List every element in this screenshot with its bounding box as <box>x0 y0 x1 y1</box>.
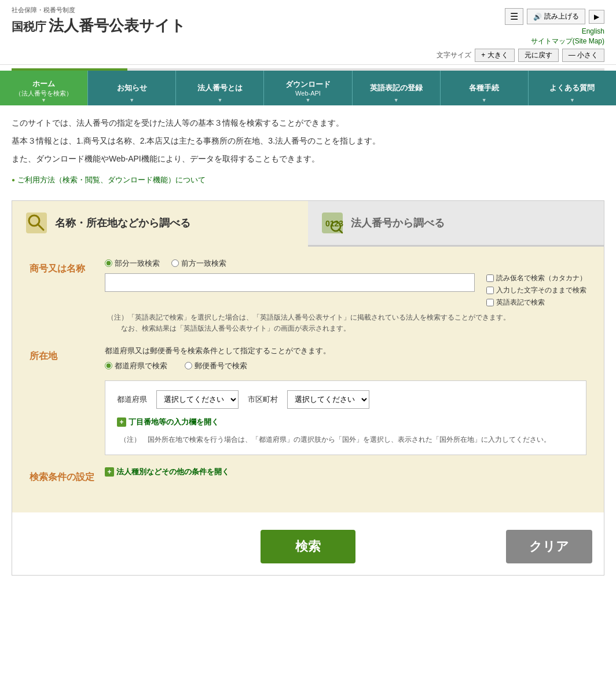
location-row: 所在地 都道府県又は郵便番号を検索条件として指定することができます。 都道府県で… <box>30 346 586 455</box>
fontsize-bar: 文字サイズ + 大きく 元に戻す — 小さく <box>0 46 616 65</box>
tab2-icon: 0123 <box>320 210 345 236</box>
nav-home-label: ホーム <box>32 79 55 89</box>
main-nav: ホーム （法人番号を検索） お知らせ 法人番号とは ダウンロード Web-API… <box>0 71 616 105</box>
main-content: このサイトでは、法人番号の指定を受けた法人等の基本３情報を検索することができます… <box>0 105 616 586</box>
conditions-content: 法人種別などその他の条件を開く <box>105 467 586 477</box>
search-button[interactable]: 検索 <box>261 530 355 563</box>
expand-address-link[interactable]: 丁目番地等の入力欄を開く <box>117 417 219 427</box>
tab-corp-number[interactable]: 0123 法人番号から調べる <box>308 201 604 247</box>
nav-item-news[interactable]: お知らせ <box>88 71 176 105</box>
intro-line3: また、ダウンロード機能やWeb-API機能により、データを取得することもできます… <box>12 152 604 166</box>
fontsize-small-button[interactable]: — 小さく <box>562 49 604 62</box>
read-aloud-button[interactable]: 🔊 読み上げる <box>527 9 585 24</box>
nav-download-sub: Web-API <box>295 90 321 97</box>
intro-line1: このサイトでは、法人番号の指定を受けた法人等の基本３情報を検索することができます… <box>12 116 604 130</box>
prefecture-radio[interactable]: 都道府県で検索 <box>105 361 167 371</box>
english-search-note: （注）「英語表記で検索」を選択した場合は、「英語版法人番号公表サイト」に掲載され… <box>105 312 586 334</box>
tab1-label: 名称・所在地などから調べる <box>55 216 190 230</box>
search-options: 読み仮名で検索（カタカナ） 入力した文字そのままで検索 英語表記で検索 <box>486 273 586 307</box>
kana-label: 読み仮名で検索（カタカナ） <box>496 273 586 283</box>
search-container: 名称・所在地などから調べる 0123 法人番号から調べる 商号又は名称 <box>12 200 604 576</box>
speaker-icon: 🔊 <box>533 13 542 21</box>
company-name-input[interactable] <box>105 273 475 292</box>
nav-item-home[interactable]: ホーム （法人番号を検索） <box>0 71 88 105</box>
location-label: 所在地 <box>30 346 105 362</box>
postal-radio-label: 郵便番号で検索 <box>195 361 247 371</box>
literal-checkbox[interactable] <box>486 287 494 294</box>
conditions-row: 検索条件の設定 法人種別などその他の条件を開く <box>30 467 586 483</box>
tab-name-address[interactable]: 名称・所在地などから調べる <box>12 201 308 247</box>
header: 社会保障・税番号制度 国税庁 法人番号公表サイト ☰ 🔊 読み上げる ▶ Eng… <box>0 0 616 46</box>
nav-item-faq[interactable]: よくある質問 <box>529 71 616 105</box>
prefecture-select-label: 都道府県 <box>117 394 147 405</box>
header-left: 社会保障・税番号制度 国税庁 法人番号公表サイト <box>12 6 186 36</box>
literal-search-check[interactable]: 入力した文字そのままで検索 <box>486 285 586 295</box>
nav-faq-label: よくある質問 <box>549 83 595 93</box>
button-row: 検索 クリア <box>12 530 604 575</box>
tab1-icon <box>24 210 49 236</box>
company-input-row: 読み仮名で検索（カタカナ） 入力した文字そのままで検索 英語表記で検索 <box>105 273 586 307</box>
location-desc: 都道府県又は郵便番号を検索条件として指定することができます。 <box>105 346 586 356</box>
nav-about-label: 法人番号とは <box>197 83 243 93</box>
usage-link[interactable]: ご利用方法（検索・閲覧、ダウンロード機能）について <box>12 175 206 185</box>
prefecture-select[interactable]: 選択してください <box>156 390 239 409</box>
location-content: 都道府県又は郵便番号を検索条件として指定することができます。 都道府県で検索 郵… <box>105 346 586 455</box>
nav-item-english[interactable]: 英語表記の登録 <box>353 71 441 105</box>
kana-checkbox[interactable] <box>486 274 494 282</box>
play-button[interactable]: ▶ <box>589 10 604 24</box>
prefecture-select-row: 都道府県 選択してください 市区町村 選択してください <box>117 390 574 409</box>
nav-home-sub: （法人番号を検索） <box>15 89 72 98</box>
forward-radio-input[interactable] <box>171 259 179 267</box>
kana-search-check[interactable]: 読み仮名で検索（カタカナ） <box>486 273 586 283</box>
nav-english-label: 英語表記の登録 <box>370 83 423 93</box>
nav-procedures-label: 各種手続 <box>469 83 499 93</box>
city-select-label: 市区町村 <box>248 394 278 405</box>
header-right: ☰ 🔊 読み上げる ▶ English サイトマップ(Site Map) <box>505 8 604 46</box>
literal-label: 入力した文字そのままで検索 <box>496 285 586 295</box>
sitemap-link[interactable]: サイトマップ(Site Map) <box>531 36 604 46</box>
fontsize-label: 文字サイズ <box>437 50 471 60</box>
english-search-check[interactable]: 英語表記で検索 <box>486 298 586 307</box>
postal-radio[interactable]: 郵便番号で検索 <box>185 361 247 371</box>
nav-news-label: お知らせ <box>117 83 147 93</box>
english-link[interactable]: English <box>582 27 604 35</box>
tab2-label: 法人番号から調べる <box>351 216 445 230</box>
search-tabs: 名称・所在地などから調べる 0123 法人番号から調べる <box>12 201 604 247</box>
location-type-radios: 都道府県で検索 郵便番号で検索 <box>105 361 586 371</box>
read-aloud-label: 読み上げる <box>544 12 579 21</box>
expand-conditions-link[interactable]: 法人種別などその他の条件を開く <box>105 467 229 477</box>
clear-button[interactable]: クリア <box>506 530 592 563</box>
english-checkbox[interactable] <box>486 299 494 306</box>
postal-radio-input[interactable] <box>185 362 192 369</box>
partial-radio-input[interactable] <box>105 259 112 267</box>
location-box: 都道府県 選択してください 市区町村 選択してください 丁目番地等の入力欄を開く… <box>105 380 586 455</box>
city-select[interactable]: 選択してください <box>287 390 369 409</box>
header-links: English サイトマップ(Site Map) <box>531 27 604 46</box>
prefecture-radio-input[interactable] <box>105 362 112 369</box>
partial-match-radio[interactable]: 部分一致検索 <box>105 258 160 269</box>
header-subtitle: 社会保障・税番号制度 <box>12 6 186 14</box>
search-type-radios: 部分一致検索 前方一致検索 <box>105 258 586 269</box>
header-title-main: 法人番号公表サイト <box>49 17 186 34</box>
forward-label: 前方一致検索 <box>181 258 226 269</box>
fontsize-large-button[interactable]: + 大きく <box>475 49 514 62</box>
header-controls: ☰ 🔊 読み上げる ▶ <box>505 8 604 25</box>
prefecture-radio-label: 都道府県で検索 <box>115 361 167 371</box>
english-label: 英語表記で検索 <box>496 298 545 307</box>
conditions-label: 検索条件の設定 <box>30 467 105 483</box>
nav-item-procedures[interactable]: 各種手続 <box>441 71 529 105</box>
nav-item-download[interactable]: ダウンロード Web-API <box>264 71 352 105</box>
company-name-row: 商号又は名称 部分一致検索 前方一致検索 <box>30 258 586 334</box>
fontsize-reset-button[interactable]: 元に戻す <box>518 49 559 62</box>
menu-icon-button[interactable]: ☰ <box>505 8 523 25</box>
header-title-prefix: 国税庁 <box>12 20 46 33</box>
intro-line2: 基本３情報とは、1.商号又は名称、2.本店又は主たる事務所の所在地、3.法人番号… <box>12 134 604 148</box>
location-note: （注） 国外所在地で検索を行う場合は、「都道府県」の選択肢から「国外」を選択し、… <box>117 434 574 445</box>
nav-item-about[interactable]: 法人番号とは <box>176 71 264 105</box>
search-form: 商号又は名称 部分一致検索 前方一致検索 <box>12 247 604 513</box>
nav-download-label: ダウンロード <box>285 79 331 90</box>
header-title: 国税庁 法人番号公表サイト <box>12 16 186 36</box>
company-name-content: 部分一致検索 前方一致検索 読み仮名で検索（カタカナ） <box>105 258 586 334</box>
forward-match-radio[interactable]: 前方一致検索 <box>171 258 226 269</box>
company-name-label: 商号又は名称 <box>30 258 105 275</box>
